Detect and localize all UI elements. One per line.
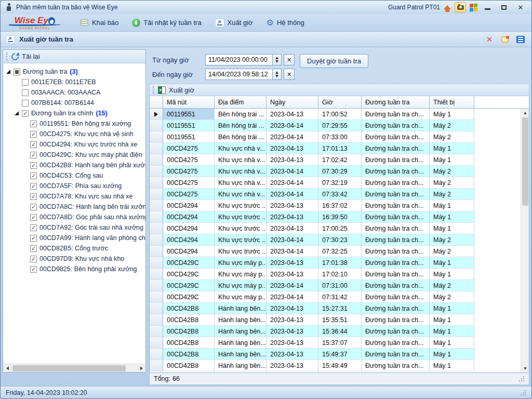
table-cell[interactable]: Máy 1 (430, 154, 474, 166)
checkbox[interactable] (22, 100, 29, 107)
table-row[interactable]: 00CD4275Khu vực nhà v...2023-04-1407:32:… (150, 177, 521, 189)
resize-grip[interactable] (518, 376, 525, 382)
table-cell[interactable]: Đường tuần tra ch... (362, 177, 430, 189)
table-cell[interactable]: Khu vực máy p... (215, 291, 267, 303)
table-row[interactable]: 00CD4294Khu vực trước ...2023-04-1407:32… (150, 246, 521, 257)
scroll-right-button[interactable] (137, 364, 145, 373)
table-row[interactable]: 00CD4294Khu vực trước ...2023-04-1317:00… (150, 223, 521, 234)
table-cell[interactable]: 15:37:07 (318, 337, 362, 349)
table-row[interactable]: 00CD42B8Hành lang bên...2023-04-1315:27:… (150, 303, 521, 314)
table-cell[interactable]: 2023-04-14 (267, 280, 318, 291)
table-cell[interactable]: Đường tuần tra ch... (362, 223, 430, 234)
vertical-scrollbar[interactable] (521, 109, 529, 373)
table-row[interactable]: 00CD42B8Hành lang bên...2023-04-1315:49:… (150, 360, 521, 371)
expander-icon[interactable] (23, 225, 28, 230)
table-cell[interactable]: 07:31:00 (318, 280, 362, 291)
table-cell[interactable]: Máy 1 (430, 257, 474, 269)
table-cell[interactable]: Máy 1 (430, 109, 474, 120)
expander-icon[interactable] (23, 153, 28, 157)
expander-icon[interactable] (6, 70, 11, 74)
table-cell[interactable]: 17:00:25 (318, 223, 362, 234)
checkbox[interactable] (30, 152, 37, 158)
from-date-clear-button[interactable]: ✕ (284, 54, 295, 65)
scrollbar-thumb[interactable] (522, 117, 528, 206)
table-cell[interactable]: Đường tuần tra ch... (362, 349, 430, 360)
row-header[interactable] (150, 131, 163, 143)
row-header[interactable] (150, 211, 163, 223)
table-row[interactable]: 00CD429CKhu vực máy p...2023-04-1317:01:… (150, 257, 521, 269)
table-row[interactable]: 00CD4275Khu vực nhà v...2023-04-1317:02:… (150, 154, 521, 166)
menu-xuat-gio[interactable]: Xuất giờ (215, 19, 253, 27)
column-header[interactable]: Thiết bị (430, 96, 474, 108)
column-header[interactable]: Đường tuần tra (362, 96, 430, 108)
to-date-input[interactable] (205, 69, 273, 80)
toolbar-grip[interactable] (6, 52, 8, 61)
tree-item[interactable]: 0011E7EB: 0011E7EB (3, 77, 145, 87)
table-cell[interactable]: 00CD42B8 (163, 349, 215, 360)
checkbox[interactable] (30, 245, 37, 252)
tree-item[interactable]: 00CD9825: Bên hông phải xưởng (3, 264, 145, 274)
tree-item[interactable]: 00CD7A8C: Hành lang bên trái xưởng (3, 202, 145, 212)
table-cell[interactable]: Khu vực trước ... (215, 200, 267, 211)
table-cell[interactable]: 17:02:42 (318, 154, 362, 166)
tree-item[interactable]: 00CD4275: Khu vực nhà vệ sinh (3, 129, 145, 139)
table-cell[interactable]: Đường tuần tra ch... (362, 131, 430, 143)
table-cell[interactable]: Đường tuần tra ch... (362, 269, 430, 280)
table-cell[interactable]: 00CD4294 (163, 200, 215, 211)
table-cell[interactable]: Đường tuần tra ch... (362, 154, 430, 166)
row-header[interactable] (150, 257, 163, 269)
checkbox[interactable] (30, 204, 37, 210)
table-cell[interactable]: Máy 1 (430, 143, 474, 154)
expander-icon[interactable] (23, 215, 28, 220)
table-cell[interactable]: 2023-04-13 (267, 269, 318, 280)
close-button[interactable]: ✕ (514, 3, 527, 12)
menu-tai-nhat-ky[interactable]: Tải nhật ký tuần tra (132, 19, 201, 27)
table-cell[interactable]: 2023-04-13 (267, 154, 318, 166)
tree-item[interactable]: 00CD7A5F: Phía sau xưởng (3, 181, 145, 191)
row-header[interactable] (150, 280, 163, 291)
menu-he-thong[interactable]: ⚙ Hệ thống (267, 19, 304, 27)
table-cell[interactable]: 00CD4294 (163, 246, 215, 257)
checkbox[interactable] (30, 141, 37, 148)
table-row[interactable]: 00CD4294Khu vực trước ...2023-04-1316:37… (150, 200, 521, 211)
table-cell[interactable]: 00CD4294 (163, 223, 215, 234)
table-cell[interactable]: Đường tuần tra ch... (362, 246, 430, 257)
table-cell[interactable]: Đường tuần tra ch... (362, 211, 430, 223)
table-cell[interactable]: 07:32:19 (318, 177, 362, 189)
column-header[interactable]: Địa điểm (215, 96, 267, 108)
table-cell[interactable]: 17:02:10 (318, 269, 362, 280)
tree-item[interactable]: 00CD7A99: Hành lang văn phòng ch (3, 233, 145, 243)
toolbar-grip[interactable] (153, 86, 155, 94)
table-row[interactable]: 00CD42B8Hành lang bên...2023-04-1315:49:… (150, 349, 521, 360)
from-date-spinner[interactable] (273, 54, 282, 65)
table-cell[interactable]: Đường tuần tra ch... (362, 234, 430, 246)
tree-item[interactable]: 00CD97D9: Khu vực nhà kho (3, 254, 145, 264)
table-row[interactable]: 00119551Bên hông trái ...2023-04-1317:00… (150, 109, 521, 120)
table-cell[interactable]: 00CD42B8 (163, 337, 215, 349)
checkbox[interactable] (14, 69, 20, 75)
table-cell[interactable]: Máy 2 (430, 131, 474, 143)
table-cell[interactable]: Máy 1 (430, 303, 474, 314)
column-header[interactable]: Mã nút (163, 96, 215, 108)
table-cell[interactable]: 2023-04-14 (267, 120, 318, 131)
to-date-clear-button[interactable]: ✕ (284, 69, 295, 80)
table-cell[interactable]: 16:39:50 (318, 211, 362, 223)
row-header[interactable] (150, 360, 163, 371)
table-cell[interactable]: Máy 1 (430, 200, 474, 211)
restore-button[interactable] (497, 3, 511, 12)
checkbox[interactable] (22, 89, 29, 96)
row-header[interactable] (150, 109, 163, 120)
expander-icon[interactable] (23, 257, 28, 261)
table-cell[interactable]: Máy 2 (430, 189, 474, 200)
table-cell[interactable]: 2023-04-13 (267, 349, 318, 360)
tree-item[interactable]: 00119551: Bên hông trái xưởng (3, 118, 145, 129)
table-row[interactable]: 00CD42B8Hành lang bên...2023-04-1315:35:… (150, 314, 521, 326)
table-cell[interactable]: Đường tuần tra ch... (362, 257, 430, 269)
table-cell[interactable]: Đường tuần tra ch... (362, 326, 430, 337)
row-header[interactable] (150, 189, 163, 200)
table-cell[interactable]: 2023-04-13 (267, 257, 318, 269)
table-cell[interactable]: 2023-04-14 (267, 291, 318, 303)
table-cell[interactable]: Máy 1 (430, 314, 474, 326)
table-cell[interactable]: Hành lang bên... (215, 326, 267, 337)
table-cell[interactable]: 17:01:13 (318, 143, 362, 154)
